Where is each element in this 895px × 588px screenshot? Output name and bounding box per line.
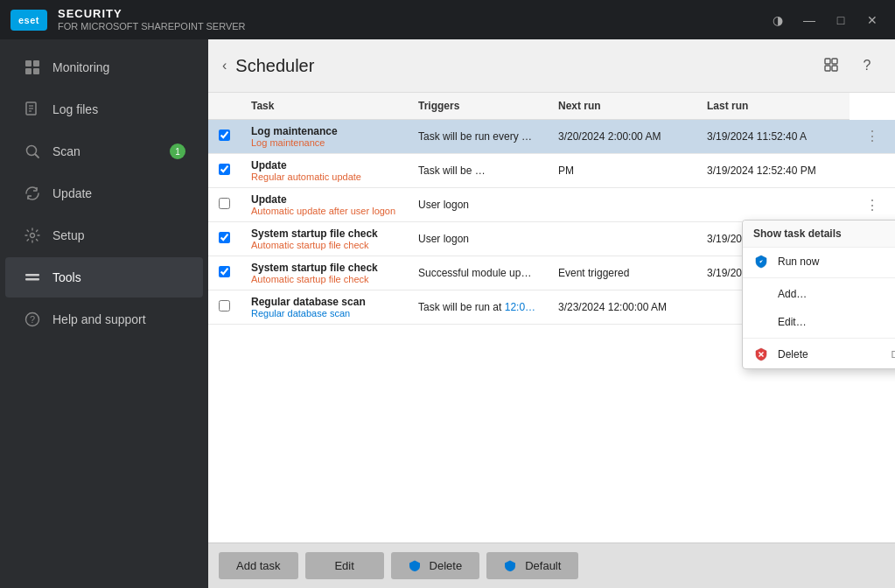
svg-point-10 (31, 234, 35, 238)
header-actions: ? (818, 52, 881, 80)
svg-rect-18 (832, 66, 837, 71)
sidebar-item-setup[interactable]: Setup (5, 215, 203, 256)
menu-separator-1 (743, 277, 895, 278)
edit-button[interactable]: Edit (305, 552, 384, 579)
content-header: ‹ Scheduler ? (208, 39, 895, 93)
task-next-run-cell: Event triggered (548, 256, 696, 290)
context-menu-header: Show task details (743, 220, 895, 248)
row-checkbox-cell[interactable] (208, 188, 241, 222)
col-checkbox (208, 93, 241, 120)
task-name-cell: Update Regular automatic update (241, 154, 408, 188)
sidebar-item-monitoring[interactable]: Monitoring (5, 47, 203, 88)
col-last-run: Last run (696, 93, 850, 120)
task-primary-name: Regular database scan (251, 296, 397, 308)
sidebar-item-update[interactable]: Update (5, 173, 203, 214)
log-files-icon (23, 100, 42, 119)
task-name-cell: System startup file check Automatic star… (241, 222, 408, 256)
default-btn-label: Default (525, 559, 561, 572)
scan-badge: 1 (170, 144, 185, 159)
svg-rect-11 (25, 274, 39, 276)
context-menu-edit[interactable]: Edit… (743, 308, 895, 336)
sidebar-item-scan[interactable]: Scan 1 (5, 131, 203, 172)
delete-shield-icon (753, 346, 769, 362)
sidebar-label-log-files: Log files (52, 102, 98, 116)
close-button[interactable]: ✕ (860, 8, 885, 32)
tools-icon (23, 268, 42, 287)
add-task-button[interactable]: Add task (219, 552, 298, 579)
svg-rect-1 (33, 60, 39, 66)
row-checkbox[interactable] (219, 300, 230, 312)
svg-rect-15 (825, 59, 830, 64)
delete-shortcut: Del (891, 349, 895, 360)
monitoring-icon (23, 58, 42, 77)
task-next-run-cell: PM (548, 154, 696, 188)
help-icon: ? (23, 310, 42, 329)
svg-text:?: ? (30, 314, 35, 325)
task-triggers-cell: Task will be run at 12:0… (408, 290, 548, 325)
task-name-cell: System startup file check Automatic star… (241, 256, 408, 290)
row-checkbox[interactable] (219, 232, 230, 243)
task-sub-name: Automatic startup file check (251, 240, 397, 250)
app-logo: eset SECURITY FOR MICROSOFT SHAREPOINT S… (10, 7, 246, 32)
row-checkbox[interactable] (219, 130, 230, 141)
svg-rect-3 (33, 68, 39, 74)
task-next-run-cell (548, 222, 696, 256)
row-checkbox-cell[interactable] (208, 120, 241, 154)
row-checkbox-cell[interactable] (208, 154, 241, 188)
default-button[interactable]: Default (486, 552, 578, 579)
row-checkbox-cell[interactable] (208, 290, 241, 325)
row-checkbox-cell[interactable] (208, 222, 241, 256)
row-checkbox[interactable] (219, 198, 230, 209)
edit-placeholder-icon (753, 314, 769, 330)
menu-separator-2 (743, 338, 895, 339)
more-options-btn[interactable]: ⋮ (850, 120, 895, 154)
task-name-cell: Regular database scan Regular database s… (241, 290, 408, 325)
edit-label: Edit… (778, 316, 807, 328)
sidebar-label-setup: Setup (52, 228, 85, 242)
sidebar-item-tools[interactable]: Tools (5, 257, 203, 298)
delete-button[interactable]: Delete (391, 552, 480, 579)
back-button[interactable]: ‹ (222, 58, 227, 74)
more-options-btn[interactable]: ⋮ (850, 188, 895, 222)
update-icon (23, 184, 42, 203)
row-checkbox[interactable] (219, 266, 230, 277)
minimize-button[interactable]: — (797, 8, 822, 32)
table-row[interactable]: Update Regular automatic update Task wil… (208, 154, 895, 188)
context-menu-run-now[interactable]: Run now (743, 248, 895, 276)
table-row[interactable]: Update Automatic update after user logon… (208, 188, 895, 222)
task-last-run-cell (696, 188, 850, 222)
theme-toggle-button[interactable]: ◑ (766, 8, 790, 32)
titlebar: eset SECURITY FOR MICROSOFT SHAREPOINT S… (0, 0, 895, 39)
context-menu-add[interactable]: Add… (743, 280, 895, 308)
help-button[interactable]: ? (853, 52, 881, 80)
svg-rect-0 (25, 60, 31, 66)
task-sub-name: Regular database scan (251, 308, 397, 318)
svg-rect-12 (25, 278, 39, 281)
table-row[interactable]: Log maintenance Log maintenance Task wil… (208, 120, 895, 154)
task-triggers-cell: Task will be run every … (408, 120, 548, 154)
grid-view-button[interactable] (818, 52, 846, 80)
bottom-toolbar: Add task Edit Delete Default (208, 542, 895, 588)
sidebar-item-log-files[interactable]: Log files (5, 89, 203, 130)
eset-logo-icon: eset (10, 10, 47, 31)
maximize-button[interactable]: □ (829, 8, 853, 32)
task-sub-name: Regular automatic update (251, 172, 397, 182)
task-primary-name: System startup file check (251, 262, 397, 274)
task-last-run-cell: 3/19/2024 12:52:40 PM (696, 154, 850, 188)
context-menu-delete[interactable]: Delete Del (743, 340, 895, 368)
scheduler-table-area: Task Triggers Next run Last run Log main… (208, 93, 895, 542)
task-next-run-cell: 3/23/2024 12:00:00 AM (548, 290, 696, 325)
row-checkbox-cell[interactable] (208, 256, 241, 290)
sidebar-label-scan: Scan (52, 144, 80, 158)
sidebar-label-update: Update (52, 186, 92, 200)
task-triggers-cell: Successful module up… (408, 256, 548, 290)
run-now-label: Run now (778, 256, 819, 268)
svg-rect-17 (825, 66, 830, 71)
add-task-label: Add task (236, 559, 281, 572)
svg-point-8 (27, 146, 37, 156)
sidebar-item-help[interactable]: ? Help and support (5, 299, 203, 340)
col-next-run: Next run (548, 93, 696, 120)
row-checkbox[interactable] (219, 164, 230, 175)
add-placeholder-icon (753, 286, 769, 302)
task-sub-name: Automatic startup file check (251, 274, 397, 284)
